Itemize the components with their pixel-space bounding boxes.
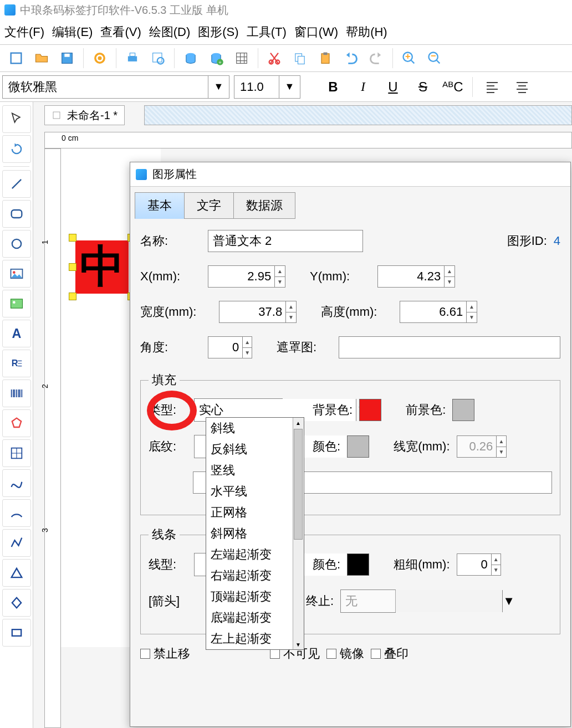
table-tool-icon[interactable] xyxy=(2,439,31,467)
chevron-down-icon[interactable]: ▼ xyxy=(208,76,229,98)
menu-file[interactable]: 文件(F) xyxy=(4,24,44,40)
diamond-tool-icon[interactable] xyxy=(2,589,31,617)
label-shape-id: 图形ID: xyxy=(507,233,547,249)
svg-rect-2 xyxy=(64,54,69,57)
triangle-tool-icon[interactable] xyxy=(2,559,31,587)
svg-rect-6 xyxy=(130,53,135,57)
text-tool-icon[interactable]: A xyxy=(2,320,31,347)
dropdown-item[interactable]: 左端起渐变 xyxy=(206,544,304,565)
svg-point-4 xyxy=(98,57,102,60)
menu-help[interactable]: 帮助(H) xyxy=(346,24,387,40)
fill-type-dropdown[interactable]: 斜线 反斜线 竖线 水平线 正网格 斜网格 左端起渐变 右端起渐变 顶端起渐变 … xyxy=(206,417,304,650)
new-icon[interactable] xyxy=(4,47,28,70)
bold-button[interactable]: B xyxy=(320,74,346,100)
tab-strip xyxy=(144,105,572,125)
polygon-tool-icon[interactable] xyxy=(2,409,31,437)
zoom-in-icon[interactable]: + xyxy=(397,47,421,70)
thickness-spinner[interactable]: ▲▼ xyxy=(457,553,501,576)
redo-icon[interactable] xyxy=(365,47,388,70)
name-input[interactable] xyxy=(208,230,363,252)
mirror-checkbox[interactable]: 镜像 xyxy=(326,645,364,662)
no-move-checkbox[interactable]: 禁止移 xyxy=(140,645,190,662)
overprint-checkbox[interactable]: 叠印 xyxy=(371,645,408,662)
tab-basic[interactable]: 基本 xyxy=(135,192,185,219)
settings-icon[interactable] xyxy=(88,47,111,70)
zoom-out-icon[interactable]: − xyxy=(423,47,446,70)
underline-button[interactable]: U xyxy=(380,74,406,100)
shape-id-value: 4 xyxy=(554,234,560,248)
x-spinner[interactable]: ▲▼ xyxy=(208,265,285,288)
preview-icon[interactable] xyxy=(146,47,170,70)
align-left-icon[interactable] xyxy=(479,74,505,100)
paste-icon[interactable] xyxy=(314,47,337,70)
dropdown-item[interactable]: 斜网格 xyxy=(206,523,304,544)
selected-object[interactable]: 中 xyxy=(69,234,135,300)
dropdown-item[interactable]: 左上起渐变 xyxy=(206,628,304,649)
rounded-rect-tool-icon[interactable] xyxy=(2,200,31,228)
dropdown-item[interactable]: 正网格 xyxy=(206,502,304,523)
dropdown-item[interactable]: 右端起渐变 xyxy=(206,565,304,586)
scrollbar[interactable]: ▲ ▼ xyxy=(293,418,304,649)
mask-input[interactable] xyxy=(339,336,560,358)
image-tool-icon[interactable] xyxy=(2,260,31,288)
line-legend: 线条 xyxy=(149,526,180,543)
picture-tool-icon[interactable] xyxy=(2,290,31,317)
svg-rect-24 xyxy=(11,210,22,218)
line-tool-icon[interactable] xyxy=(2,170,31,198)
text-format-button[interactable]: ᴬᴮC xyxy=(440,74,466,100)
grid-icon[interactable] xyxy=(230,47,253,70)
open-icon[interactable] xyxy=(30,47,53,70)
angle-spinner[interactable]: ▲▼ xyxy=(208,336,252,358)
line-color-swatch[interactable] xyxy=(347,553,369,576)
svg-text:A: A xyxy=(12,326,21,341)
tab-datasource[interactable]: 数据源 xyxy=(233,192,295,219)
dialog-body: 名称: 图形ID: 4 X(mm): ▲▼ Y(mm): ▲▼ 宽度(mm): … xyxy=(130,219,570,686)
cut-icon[interactable] xyxy=(263,47,286,70)
rotate-tool-icon[interactable] xyxy=(2,135,31,163)
italic-button[interactable]: I xyxy=(350,74,376,100)
dropdown-item[interactable]: 水平线 xyxy=(206,481,304,502)
dropdown-item[interactable]: 顶端起渐变 xyxy=(206,586,304,607)
y-spinner[interactable]: ▲▼ xyxy=(377,265,455,288)
font-size-select[interactable]: 11.0 ▼ xyxy=(234,75,300,99)
database-icon[interactable] xyxy=(179,47,202,70)
fg-color-swatch[interactable] xyxy=(452,399,474,421)
barcode-tool-icon[interactable] xyxy=(2,380,31,407)
arrow-end-select[interactable]: ▼ xyxy=(340,589,396,613)
polyline-tool-icon[interactable] xyxy=(2,529,31,557)
menu-window[interactable]: 窗口(W) xyxy=(294,24,338,40)
copy-icon[interactable] xyxy=(288,47,311,70)
chevron-down-icon[interactable]: ▼ xyxy=(279,76,300,98)
menu-shape[interactable]: 图形(S) xyxy=(198,24,238,40)
rect-tool-icon[interactable] xyxy=(2,619,31,647)
height-spinner[interactable]: ▲▼ xyxy=(400,301,477,323)
label-height: 高度(mm): xyxy=(321,304,393,320)
pattern-color-swatch[interactable] xyxy=(347,435,369,458)
save-icon[interactable] xyxy=(55,47,79,70)
print-icon[interactable] xyxy=(121,47,144,70)
undo-icon[interactable] xyxy=(339,47,362,70)
menu-edit[interactable]: 编辑(E) xyxy=(52,24,93,40)
menu-draw[interactable]: 绘图(D) xyxy=(149,24,191,40)
dropdown-item[interactable]: 斜线 xyxy=(206,418,304,439)
ellipse-tool-icon[interactable] xyxy=(2,230,31,258)
width-spinner[interactable]: ▲▼ xyxy=(219,301,297,323)
document-tab[interactable]: 未命名-1 * xyxy=(44,105,125,125)
menu-view[interactable]: 查看(V) xyxy=(100,24,141,40)
curve-tool-icon[interactable] xyxy=(2,469,31,497)
database-add-icon[interactable]: + xyxy=(205,47,228,70)
tab-text[interactable]: 文字 xyxy=(184,192,234,219)
align-center-icon[interactable] xyxy=(509,74,535,100)
svg-rect-18 xyxy=(324,53,328,55)
dropdown-item[interactable]: 竖线 xyxy=(206,460,304,481)
font-name-select[interactable]: 微软雅黑 ▼ xyxy=(2,75,229,99)
bg-color-swatch[interactable] xyxy=(359,399,381,421)
menu-tool[interactable]: 工具(T) xyxy=(247,24,287,40)
linewidth-spinner[interactable]: ▲▼ xyxy=(457,435,507,458)
arc-tool-icon[interactable] xyxy=(2,499,31,527)
richtext-tool-icon[interactable]: R xyxy=(2,350,31,377)
select-tool-icon[interactable] xyxy=(2,105,31,133)
dropdown-item[interactable]: 反斜线 xyxy=(206,439,304,460)
dropdown-item[interactable]: 底端起渐变 xyxy=(206,607,304,628)
strikethrough-button[interactable]: S xyxy=(410,74,436,100)
